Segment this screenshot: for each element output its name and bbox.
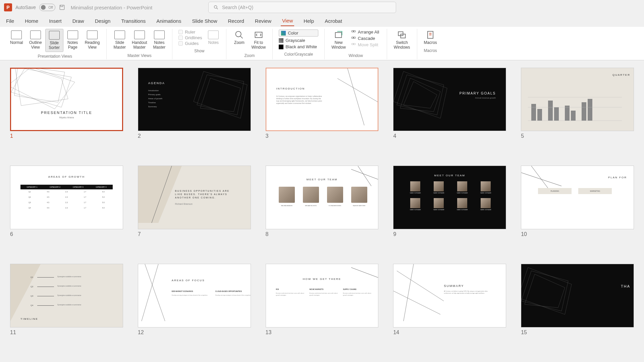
tab-record[interactable]: Record (226, 16, 245, 26)
slide-thumb-13[interactable]: HOW WE GET THEREROIEnvision multi-tiered… (266, 264, 379, 327)
switch-windows-button[interactable]: Switch Windows (391, 29, 413, 51)
window-move-split: Move Split (351, 42, 381, 47)
slide-thumb-3[interactable]: INTRODUCTIONAt Contoso, we empower organ… (266, 68, 379, 131)
tab-insert[interactable]: Insert (48, 16, 63, 26)
search-input[interactable]: Search (Alt+Q) (208, 2, 396, 13)
slide-thumb-1[interactable]: PRESENTATION TITLEMiyako Ariana (10, 68, 123, 131)
master-notes-master[interactable]: Notes Master (150, 29, 168, 51)
check-gridlines[interactable]: Gridlines (178, 35, 202, 40)
svg-marker-53 (521, 271, 568, 311)
slide-thumb-5[interactable]: QUARTER (521, 68, 634, 131)
view-slide-sorter[interactable]: Slide Sorter (45, 29, 63, 52)
svg-line-4 (240, 36, 243, 39)
slide-2: AGENDAIntroductionPrimary goalsAreas of … (138, 68, 251, 155)
slide-number: 10 (521, 231, 634, 237)
tab-transitions[interactable]: Transitions (120, 16, 147, 26)
tab-draw[interactable]: Draw (71, 16, 86, 26)
group-switch-windows: Switch Windows (387, 29, 417, 59)
fit-to-window-button[interactable]: Fit to Window (249, 29, 268, 51)
tab-slide-show[interactable]: Slide Show (191, 16, 218, 26)
slide-thumb-8[interactable]: MEET OUR TEAMTAKUMA HAYASHIMIRJAM NILSSO… (266, 166, 379, 229)
svg-line-49 (351, 267, 378, 278)
check-guides[interactable]: Guides (178, 41, 202, 46)
tab-help[interactable]: Help (302, 16, 315, 26)
color-mode-color[interactable]: Color (279, 29, 318, 37)
slide-number: 7 (138, 231, 251, 237)
slide-number: 2 (138, 133, 251, 139)
tab-review[interactable]: Review (254, 16, 273, 26)
svg-marker-19 (10, 68, 75, 109)
slide-5: QUARTER5 (521, 68, 634, 155)
slide-thumb-2[interactable]: AGENDAIntroductionPrimary goalsAreas of … (138, 68, 251, 131)
svg-rect-33 (565, 106, 570, 121)
slide-3: INTRODUCTIONAt Contoso, we empower organ… (266, 68, 379, 155)
slide-15: THA15 (521, 264, 634, 351)
master-slide-master[interactable]: Slide Master (111, 29, 128, 51)
title-bar: P AutoSave Off Minimalist presentation -… (0, 0, 644, 15)
tab-view[interactable]: View (281, 16, 294, 26)
svg-rect-9 (352, 37, 354, 38)
svg-rect-35 (582, 102, 586, 121)
svg-rect-10 (354, 37, 355, 38)
svg-rect-31 (548, 101, 553, 121)
autosave-toggle[interactable]: Off (39, 4, 55, 11)
view-notes-page[interactable]: Notes Page (64, 29, 82, 52)
window-cascade[interactable]: Cascade (351, 36, 381, 41)
ribbon-tabs: FileHomeInsertDrawDesignTransitionsAnima… (0, 15, 644, 27)
group-window: New Window Arrange All Cascade Move Spli… (325, 29, 387, 59)
slide-number: 3 (266, 133, 379, 139)
slide-11: TIMELINEQ1Synergize scalable e-commerceQ… (10, 264, 123, 351)
slide-thumb-7[interactable]: BUSINESS OPPORTUNITIES ARE LIKE BUSES. T… (138, 166, 251, 229)
zoom-button[interactable]: Zoom (230, 29, 248, 51)
slide-12: AREAS OF FOCUSB2B MARKET SCENARIOSDevelo… (138, 264, 251, 351)
svg-line-42 (351, 169, 378, 179)
slide-number: 14 (393, 329, 506, 336)
svg-line-50 (397, 271, 444, 301)
group-presentation-views: NormalOutline ViewSlide SorterNotes Page… (3, 29, 107, 59)
color-mode-black-and-white[interactable]: Black and White (279, 44, 318, 49)
new-window-button[interactable]: New Window (329, 29, 348, 51)
svg-rect-6 (335, 33, 342, 38)
slide-13: HOW WE GET THEREROIEnvision multi-tiered… (266, 264, 379, 351)
tab-file[interactable]: File (5, 16, 15, 26)
view-reading-view[interactable]: Reading View (82, 29, 103, 52)
view-outline-view[interactable]: Outline View (26, 29, 45, 52)
color-mode-grayscale[interactable]: Grayscale (279, 38, 318, 43)
svg-line-47 (145, 264, 165, 321)
save-icon[interactable] (59, 4, 65, 11)
slide-6: AREAS OF GROWTHCATEGORY 1CATEGORY 2CATEG… (10, 166, 123, 252)
slide-thumb-9[interactable]: MEET OUR TEAMNAME SURNAMENAME SURNAMENAM… (393, 166, 506, 229)
slide-thumb-10[interactable]: PLAN FORPLANNINGMARKETING (521, 166, 634, 229)
slide-thumb-6[interactable]: AREAS OF GROWTHCATEGORY 1CATEGORY 2CATEG… (10, 166, 123, 229)
slide-thumb-12[interactable]: AREAS OF FOCUSB2B MARKET SCENARIOSDevelo… (138, 264, 251, 327)
group-show: Ruler Gridlines Guides Notes Show (172, 29, 226, 59)
check-ruler[interactable]: Ruler (178, 29, 202, 35)
svg-marker-46 (10, 264, 41, 321)
svg-marker-20 (197, 75, 244, 115)
slide-number: 12 (138, 329, 251, 336)
slide-8: MEET OUR TEAMTAKUMA HAYASHIMIRJAM NILSSO… (266, 166, 379, 252)
window-arrange-all[interactable]: Arrange All (351, 29, 381, 35)
view-normal[interactable]: Normal (7, 29, 26, 52)
svg-marker-55 (525, 274, 565, 308)
svg-marker-27 (400, 78, 440, 112)
slide-number: 4 (393, 133, 506, 139)
macros-button[interactable]: Macros (421, 29, 440, 46)
svg-rect-34 (571, 111, 576, 121)
tab-design[interactable]: Design (94, 16, 112, 26)
slide-7: BUSINESS OPPORTUNITIES ARE LIKE BUSES. T… (138, 166, 251, 252)
tab-acrobat[interactable]: Acrobat (323, 16, 343, 26)
svg-rect-12 (354, 43, 355, 45)
slide-number: 5 (521, 133, 634, 139)
notes-button[interactable]: Notes (205, 29, 222, 47)
slide-thumb-15[interactable]: THA (521, 264, 634, 327)
slide-number: 8 (266, 231, 379, 237)
tab-animations[interactable]: Animations (155, 16, 182, 26)
master-handout-master[interactable]: Handout Master (129, 29, 150, 51)
tab-home[interactable]: Home (23, 16, 40, 26)
app-icon: P (4, 3, 12, 11)
slide-4: PRIMARY GOALSAnnual revenue growth4 (393, 68, 506, 155)
slide-thumb-4[interactable]: PRIMARY GOALSAnnual revenue growth (393, 68, 506, 131)
slide-thumb-14[interactable]: SUMMARYAt Contoso, we believe in giving … (393, 264, 506, 327)
slide-thumb-11[interactable]: TIMELINEQ1Synergize scalable e-commerceQ… (10, 264, 123, 327)
